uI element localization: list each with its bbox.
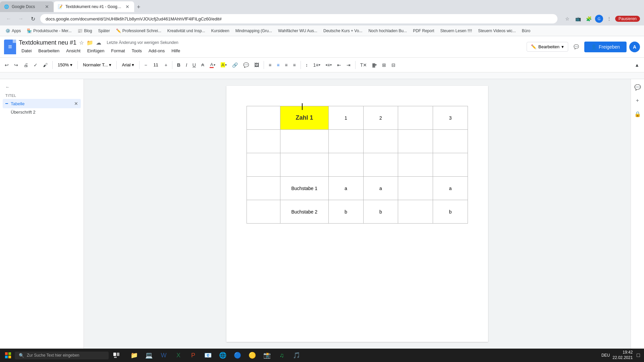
align-left-button[interactable]: ≡ bbox=[267, 61, 273, 69]
undo-button[interactable]: ↩ bbox=[3, 61, 11, 69]
menu-add-ons[interactable]: Add-ons bbox=[146, 47, 167, 55]
bold-button[interactable]: B bbox=[175, 61, 182, 69]
sidebar-item-tabelle[interactable]: Tabelle ✕ bbox=[3, 99, 81, 108]
bookmark-wahlfächer[interactable]: Wahlfächer WU Aus... bbox=[275, 27, 320, 35]
table-cell[interactable]: 1 bbox=[328, 106, 363, 130]
taskbar-app-12[interactable]: 🎵 bbox=[290, 349, 303, 362]
underline-button[interactable]: U bbox=[191, 61, 198, 69]
doc-title-text[interactable]: Textdokument neu #1 bbox=[19, 39, 76, 46]
expand-toolbar-button[interactable]: ▲ bbox=[633, 61, 641, 69]
align-center-button[interactable]: ≡ bbox=[275, 61, 281, 69]
menu-einfügen[interactable]: Einfügen bbox=[85, 47, 107, 55]
table-cell[interactable]: b bbox=[363, 200, 398, 224]
back-button[interactable]: ← bbox=[4, 14, 13, 23]
bullet-list-button[interactable]: •≡ ▾ bbox=[324, 61, 334, 69]
bookmark-blog[interactable]: 📰 Blog bbox=[75, 27, 95, 35]
bookmark-produktsuche[interactable]: 🏪 Produktsuche - Mer... bbox=[24, 27, 74, 35]
pausieren-button[interactable]: Pausieren bbox=[615, 16, 640, 22]
table-cell[interactable] bbox=[328, 153, 363, 177]
comment-button[interactable]: 💬 bbox=[241, 61, 251, 69]
forward-button[interactable]: → bbox=[16, 14, 25, 23]
table-cell[interactable] bbox=[280, 130, 329, 153]
italic-button[interactable]: I bbox=[184, 61, 189, 69]
sidebar-back-button[interactable]: ← bbox=[3, 82, 81, 92]
link-button[interactable]: 🔗 bbox=[230, 61, 240, 69]
move-icon[interactable]: 📁 bbox=[87, 40, 93, 46]
bookmark-professionell[interactable]: ✏️ Professionell Schrei... bbox=[113, 27, 164, 35]
bookmark-später[interactable]: Später bbox=[95, 27, 112, 35]
taskbar-app-6[interactable]: 📧 bbox=[201, 349, 215, 362]
add-comment-icon[interactable]: + bbox=[632, 95, 643, 106]
bookmark-kreativität[interactable]: Kreativität und Insp... bbox=[165, 27, 208, 35]
clear-formatting-button[interactable]: T✕ bbox=[358, 61, 369, 69]
tab-close-2[interactable]: ✕ bbox=[125, 3, 130, 10]
bookmark-apps[interactable]: ⚙️ Apps bbox=[3, 27, 23, 35]
table-cell[interactable] bbox=[247, 177, 280, 200]
table-cell[interactable]: a bbox=[433, 177, 468, 200]
cloud-icon[interactable]: ☁ bbox=[96, 40, 101, 46]
sidebar-subitem-überschrift[interactable]: Überschrift 2 bbox=[3, 108, 81, 116]
numbered-list-button[interactable]: 1≡ ▾ bbox=[311, 61, 322, 69]
table-cell[interactable]: Buchstabe 2 bbox=[280, 200, 329, 224]
table-cell[interactable] bbox=[328, 130, 363, 153]
more-options-icon[interactable]: ⋮ bbox=[604, 14, 614, 23]
highlight-color-button[interactable]: A ▾ bbox=[219, 61, 229, 69]
border-button[interactable]: ⊞ bbox=[380, 61, 388, 69]
menu-hilfe[interactable]: Hilfe bbox=[169, 47, 183, 55]
table-cell[interactable] bbox=[363, 153, 398, 177]
table-cell[interactable]: b bbox=[433, 200, 468, 224]
indent-decrease-button[interactable]: ⇤ bbox=[335, 61, 343, 69]
bookmark-steuern-videos[interactable]: Steuern Videos wic... bbox=[475, 27, 519, 35]
table-cell[interactable] bbox=[398, 177, 433, 200]
image-button[interactable]: 🖼 bbox=[252, 61, 261, 69]
table-cell[interactable] bbox=[398, 130, 433, 153]
comment-icon[interactable]: 💬 bbox=[571, 42, 582, 52]
table-cell[interactable] bbox=[280, 153, 329, 177]
bookmark-büro[interactable]: Büro bbox=[519, 27, 533, 35]
table-cell[interactable] bbox=[363, 130, 398, 153]
font-size-decrease-button[interactable]: − bbox=[142, 61, 149, 69]
doc-area[interactable]: Zahl 1 1 2 3 bbox=[84, 79, 631, 349]
table-cell[interactable] bbox=[247, 200, 280, 224]
table-cell[interactable] bbox=[247, 153, 280, 177]
text-color-button[interactable]: A ▾ bbox=[208, 61, 218, 69]
style-selector[interactable]: Normaler T... ▾ bbox=[80, 61, 114, 68]
highlight-bg-button[interactable]: ▓ ▾ bbox=[370, 62, 379, 68]
taskbar-file-explorer[interactable]: 📁 bbox=[127, 349, 141, 362]
menu-tools[interactable]: Tools bbox=[129, 47, 144, 55]
font-size-input[interactable]: 11 bbox=[151, 61, 161, 68]
bookmark-mindmapping[interactable]: Mindmapping (Gru... bbox=[233, 27, 275, 35]
table-cell-highlighted[interactable]: Zahl 1 bbox=[280, 106, 329, 130]
font-size-increase-button[interactable]: + bbox=[163, 61, 169, 69]
google-account-icon[interactable]: G bbox=[595, 15, 603, 23]
windows-start-button[interactable] bbox=[3, 350, 13, 361]
notification-area[interactable]: □ bbox=[635, 351, 641, 360]
table-cell[interactable] bbox=[398, 106, 433, 130]
taskbar-app-10[interactable]: 📸 bbox=[260, 349, 274, 362]
table-cell[interactable] bbox=[433, 130, 468, 153]
taskbar-powerpoint[interactable]: P bbox=[186, 349, 200, 362]
bookmark-pdf[interactable]: PDF Report bbox=[410, 27, 437, 35]
bookmark-steuern-lesen[interactable]: Steuern Lesen !!!! bbox=[437, 27, 475, 35]
spell-check-button[interactable]: ✓ bbox=[32, 61, 40, 69]
reload-button[interactable]: ↻ bbox=[28, 14, 38, 23]
table-cell[interactable]: a bbox=[328, 177, 363, 200]
redo-button[interactable]: ↪ bbox=[12, 61, 20, 69]
taskbar-word[interactable]: W bbox=[157, 349, 170, 362]
bearbeiten-button[interactable]: ✏️ Bearbeiten ▾ bbox=[527, 42, 568, 52]
bookmark-icon[interactable]: ☆ bbox=[563, 14, 572, 23]
font-selector[interactable]: Arial ▾ bbox=[119, 61, 137, 68]
user-avatar[interactable]: A bbox=[629, 42, 640, 52]
table-cell[interactable]: Buchstabe 1 bbox=[280, 177, 329, 200]
keyboard-layout-indicator[interactable]: DEU bbox=[601, 353, 610, 358]
menu-format[interactable]: Format bbox=[108, 47, 127, 55]
align-justify-button[interactable]: ≡ bbox=[291, 61, 298, 69]
tab-textdokument[interactable]: 📝 Textdokument neu #1 - Google... ✕ bbox=[54, 1, 134, 12]
taskbar-edge[interactable]: 🔵 bbox=[231, 349, 244, 362]
print-button[interactable]: 🖨 bbox=[21, 61, 30, 69]
bookmark-deutsche-kurs[interactable]: Deutsche Kurs + Vo... bbox=[321, 27, 365, 35]
align-right-button[interactable]: ≡ bbox=[283, 61, 289, 69]
comment-panel-icon[interactable]: 💬 bbox=[632, 82, 643, 93]
new-tab-button[interactable]: + bbox=[134, 2, 143, 12]
tab-close-1[interactable]: ✕ bbox=[44, 3, 50, 10]
